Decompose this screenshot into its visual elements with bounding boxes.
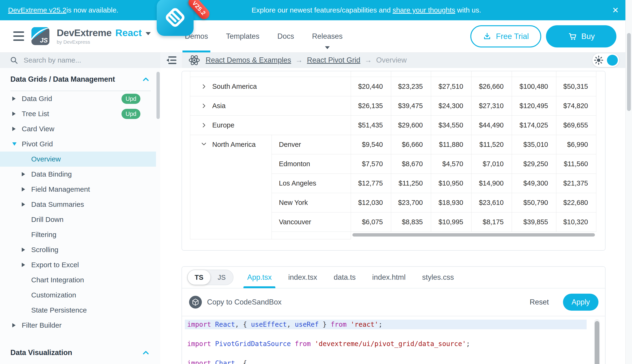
sidebar-item-label: State Persistence xyxy=(31,306,87,314)
tab-styles-css[interactable]: styles.css xyxy=(422,266,454,288)
pivot-horizontal-scrollbar-thumb[interactable] xyxy=(352,233,595,236)
sidebar-item-customization[interactable]: Customization xyxy=(0,288,156,303)
pivot-clipped-header-cell xyxy=(556,71,596,77)
expand-chevron-icon[interactable] xyxy=(201,122,207,128)
pivot-row-header-asia[interactable]: Asia xyxy=(190,96,351,116)
code-token: Chart xyxy=(215,359,235,364)
sidebar-item-drill-down[interactable]: Drill Down xyxy=(0,212,156,227)
free-trial-label: Free Trial xyxy=(496,32,529,41)
tab-data-ts[interactable]: data.ts xyxy=(334,266,356,288)
nav-item-releases[interactable]: Releases xyxy=(312,20,342,52)
pivot-row-header-south-america[interactable]: South America xyxy=(190,77,351,96)
sidebar-item-label: Export to Excel xyxy=(31,261,79,269)
sidebar-item-pivot-grid[interactable]: Pivot Grid xyxy=(0,136,156,152)
sidebar-item-state-persistence[interactable]: State Persistence xyxy=(0,303,156,318)
sidebar-item-label: Data Binding xyxy=(31,170,72,178)
pivot-row-header-new-york[interactable]: New York xyxy=(272,193,351,212)
collapsed-caret-icon xyxy=(22,248,31,252)
sidebar-item-label: Overview xyxy=(31,155,61,163)
pivot-data-cell: $29,250 xyxy=(512,154,556,174)
apply-button[interactable]: Apply xyxy=(563,294,598,311)
sidebar-scrollbar[interactable] xyxy=(156,72,160,119)
sidebar-item-data-summaries[interactable]: Data Summaries xyxy=(0,197,156,212)
breadcrumb-link[interactable]: React Demos & Examples xyxy=(206,56,291,64)
pivot-data-cell: $6,990 xyxy=(556,135,596,154)
pivot-data-cell: $39,475 xyxy=(391,96,431,116)
code-token xyxy=(346,320,350,328)
code-tabs-row: TSJS App.tsxindex.tsxdata.tsindex.htmlst… xyxy=(182,267,605,288)
sidebar-item-data-binding[interactable]: Data Binding xyxy=(0,167,156,182)
pivot-row-header-north-america[interactable]: North America xyxy=(190,135,272,239)
expand-chevron-icon[interactable] xyxy=(201,103,207,109)
devextreme-js-logo[interactable]: JS xyxy=(32,27,49,45)
language-toggle[interactable]: TSJS xyxy=(187,270,234,285)
pivot-row-header-edmonton[interactable]: Edmonton xyxy=(272,154,351,174)
code-line xyxy=(182,349,605,358)
nav-item-templates[interactable]: Templates xyxy=(226,20,259,52)
code-editor[interactable]: import React, { useEffect, useRef } from… xyxy=(182,316,605,364)
sidebar-item-scrolling[interactable]: Scrolling xyxy=(0,242,156,257)
buy-button[interactable]: Buy xyxy=(546,25,616,48)
free-trial-button[interactable]: Free Trial xyxy=(470,25,541,48)
code-token xyxy=(291,340,295,348)
collapse-chevron-icon[interactable] xyxy=(201,141,207,147)
banner-center-text: Explore our newest features/capabilities… xyxy=(239,0,494,20)
sidebar-item-filter-builder[interactable]: Filter Builder xyxy=(0,318,156,333)
pivot-clipped-header-cell xyxy=(351,71,391,77)
breadcrumb-zone: React Demos & Examples→React Pivot Grid→… xyxy=(188,52,407,68)
lang-option-js[interactable]: JS xyxy=(210,270,233,285)
tab-index-html[interactable]: index.html xyxy=(372,266,405,288)
pivot-data-cell: $50,315 xyxy=(556,77,596,96)
sidebar-item-chart-integration[interactable]: Chart Integration xyxy=(0,272,156,288)
sidebar-section-header[interactable]: Data Visualization xyxy=(0,341,160,364)
collapsed-caret-icon xyxy=(12,96,22,101)
code-token: from xyxy=(295,340,311,348)
codesandbox-icon[interactable] xyxy=(189,296,202,308)
tab-app-tsx[interactable]: App.tsx xyxy=(247,266,272,288)
page-scrollbar-thumb[interactable] xyxy=(627,33,631,111)
pivot-row-header-denver[interactable]: Denver xyxy=(272,135,351,154)
tab-index-tsx[interactable]: index.tsx xyxy=(288,266,317,288)
sidebar-item-data-grid[interactable]: Data GridUpd xyxy=(0,91,156,106)
sidebar-item-export-to-excel[interactable]: Export to Excel xyxy=(0,257,156,272)
code-line-highlighted: import React, { useEffect, useRef } from… xyxy=(185,320,587,329)
lang-option-ts[interactable]: TS xyxy=(188,270,210,285)
copy-to-codesandbox-label[interactable]: Copy to CodeSandBox xyxy=(207,298,282,306)
sidebar-item-label: Chart Integration xyxy=(31,276,84,284)
expanded-caret-icon xyxy=(12,142,22,146)
banner-version-link[interactable]: DevExtreme v25.2 xyxy=(8,6,66,14)
theme-toggle-knob[interactable] xyxy=(607,55,618,66)
sidebar-item-card-view[interactable]: Card View xyxy=(0,121,156,136)
banner-close-icon[interactable]: ✕ xyxy=(608,0,622,20)
sidebar-item-field-management[interactable]: Field Management xyxy=(0,182,156,197)
pivot-row-header-europe[interactable]: Europe xyxy=(190,116,351,135)
code-token: , { xyxy=(235,359,247,364)
breadcrumb-separator: → xyxy=(365,56,372,64)
search-input[interactable] xyxy=(24,56,137,64)
theme-toggle[interactable] xyxy=(592,53,619,67)
collapse-sidebar-button[interactable] xyxy=(160,52,182,68)
pivot-data-cell: $4,570 xyxy=(431,154,472,174)
sidebar-item-overview[interactable]: Overview xyxy=(0,152,156,167)
sidebar-section-header[interactable]: Data Grids / Data Management xyxy=(0,68,160,91)
pivot-bottom-cell xyxy=(272,232,351,239)
code-toolbar: Copy to CodeSandBox Reset Apply xyxy=(182,288,605,316)
pivot-clipped-header-cell xyxy=(472,71,512,77)
pivot-row-header-los-angeles[interactable]: Los Angeles xyxy=(272,174,351,193)
pivot-clipped-header-cell xyxy=(190,71,351,77)
pivot-data-cell: $7,570 xyxy=(351,154,391,174)
pivot-data-cell: $29,600 xyxy=(391,116,431,135)
reset-button[interactable]: Reset xyxy=(530,298,549,306)
nav-item-docs[interactable]: Docs xyxy=(278,20,294,52)
share-your-thoughts-link[interactable]: share your thoughts xyxy=(392,6,455,14)
pivot-clipped-header-cell xyxy=(512,71,556,77)
pivot-row-header-vancouver[interactable]: Vancouver xyxy=(272,212,351,232)
code-scrollbar-thumb[interactable] xyxy=(595,321,599,364)
hamburger-menu-icon[interactable] xyxy=(13,32,24,41)
platform-dropdown-caret-icon[interactable] xyxy=(146,32,151,35)
breadcrumb-link[interactable]: React Pivot Grid xyxy=(307,56,360,64)
expand-chevron-icon[interactable] xyxy=(201,83,207,90)
sidebar-item-tree-list[interactable]: Tree ListUpd xyxy=(0,106,156,121)
sidebar-item-filtering[interactable]: Filtering xyxy=(0,227,156,242)
collapsed-caret-icon xyxy=(12,112,22,116)
